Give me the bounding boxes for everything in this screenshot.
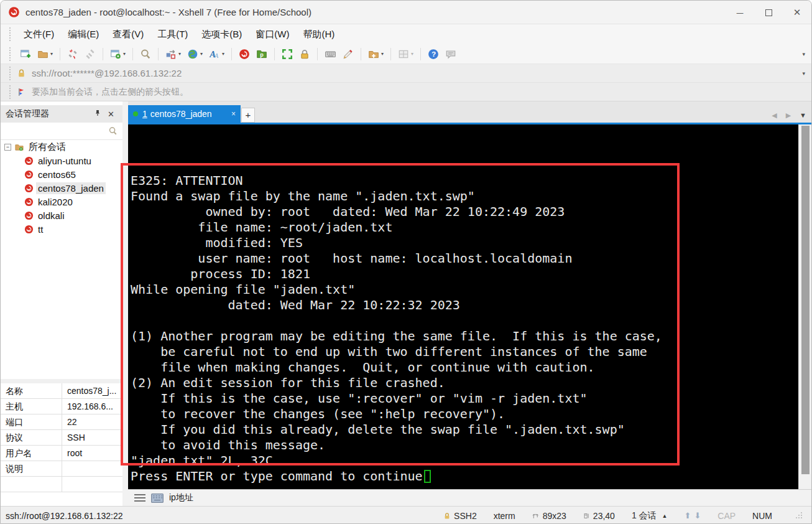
address-bar[interactable]: ssh://root:******@192.168.61.132:22 ▾	[1, 64, 811, 83]
font-icon[interactable]: AA▾	[206, 47, 227, 62]
menu-help[interactable]: 帮助(H)	[296, 26, 341, 44]
tree-root-label[interactable]: 所有会话	[27, 141, 68, 154]
ssh-url[interactable]: ssh://root:******@192.168.61.132:22	[32, 68, 182, 78]
pin-icon[interactable]	[91, 109, 104, 119]
scrollbar-thumb[interactable]	[801, 126, 810, 474]
menu-tab[interactable]: 选项卡(B)	[195, 26, 249, 44]
infobar-drag-handle[interactable]	[9, 85, 12, 99]
reconnect-icon[interactable]	[82, 47, 98, 62]
terminal-prompt: Press ENTER or type command to continue	[131, 469, 423, 484]
session-search-box[interactable]	[1, 123, 122, 140]
status-terminal-size[interactable]: 89x23	[532, 511, 566, 521]
new-tab-button[interactable]: +	[241, 108, 255, 123]
tab-list-dropdown-icon[interactable]: ▼	[800, 111, 806, 119]
xshell-icon[interactable]	[236, 47, 252, 62]
panel-splitter[interactable]	[1, 379, 122, 383]
tab-centos78-jaden[interactable]: 1 centos78_jaden ×	[128, 105, 241, 123]
maximize-button[interactable]	[754, 1, 783, 24]
quickbar-menu-icon[interactable]	[134, 494, 145, 502]
quickbar-button-ip[interactable]: ip地址	[169, 492, 193, 503]
session-item-centos78-jaden[interactable]: centos78_jaden	[1, 181, 122, 195]
session-item-kali2020[interactable]: kali2020	[1, 195, 122, 208]
session-properties-table: 名称centos78_j... 主机192.168.6... 端口22 协议SS…	[1, 383, 122, 492]
lock-icon	[443, 512, 451, 520]
cursor-position-icon	[583, 512, 590, 520]
session-properties-icon[interactable]: ▾	[108, 47, 128, 62]
scroll-up-icon[interactable]: ⬆	[685, 511, 691, 520]
status-terminal-type[interactable]: xterm	[494, 511, 515, 521]
session-item-centos65[interactable]: centos65	[1, 167, 122, 181]
menu-bar: 文件(F) 编辑(E) 查看(V) 工具(T) 选项卡(B) 窗口(W) 帮助(…	[1, 24, 811, 44]
menu-edit[interactable]: 编辑(E)	[61, 26, 106, 44]
minimize-button[interactable]: ─	[726, 1, 754, 24]
session-icon	[24, 184, 34, 193]
menu-tools[interactable]: 工具(T)	[150, 26, 195, 44]
new-transfer-icon[interactable]: ▾	[163, 47, 183, 62]
session-icon	[24, 156, 34, 166]
addressbar-drag-handle[interactable]	[9, 67, 12, 80]
find-icon[interactable]	[137, 47, 154, 62]
tile-windows-icon[interactable]: ▾	[395, 47, 416, 62]
address-lock-icon	[17, 68, 26, 78]
help-icon[interactable]: ?	[425, 47, 441, 62]
disconnect-icon[interactable]	[65, 47, 81, 62]
title-bar: centos78_jaden - root@localhost:~ - Xshe…	[1, 1, 811, 24]
lock-screen-icon[interactable]	[297, 47, 313, 62]
table-row: 说明	[1, 461, 122, 477]
close-button[interactable]: ✕	[783, 1, 811, 24]
resize-icon	[532, 512, 540, 520]
terminal-scrollbar[interactable]	[798, 124, 811, 489]
tab-bar: 1 centos78_jaden × + ◀ ▶ ▼	[128, 101, 811, 124]
window-title: centos78_jaden - root@localhost:~ - Xshe…	[25, 7, 311, 17]
quick-command-bar: ip地址	[128, 489, 811, 506]
table-row: 端口22	[1, 414, 122, 430]
search-icon	[108, 126, 118, 136]
session-item-tt[interactable]: tt	[1, 222, 122, 236]
session-item-oldkali[interactable]: oldkali	[1, 208, 122, 222]
fullscreen-icon[interactable]	[279, 47, 295, 62]
menu-file[interactable]: 文件(F)	[17, 26, 61, 44]
menubar-drag-handle[interactable]	[9, 27, 12, 41]
table-row: 名称centos78_j...	[1, 383, 122, 399]
status-num-lock: NUM	[752, 511, 772, 521]
info-bar: 要添加当前会话，点击左侧的箭头按钮。	[1, 83, 811, 101]
session-item-aliyun-utuntu[interactable]: aliyun-utuntu	[1, 154, 122, 167]
new-folder-icon[interactable]: ▾	[366, 47, 386, 62]
highlight-pen-icon[interactable]	[340, 47, 356, 62]
tab-scroll-left-icon[interactable]: ◀	[772, 111, 777, 119]
panel-close-icon[interactable]: ✕	[104, 110, 118, 119]
virtual-keyboard-icon[interactable]	[322, 47, 339, 62]
keyboard-icon[interactable]	[151, 494, 164, 503]
toolbar-overflow-icon[interactable]: ▾	[802, 51, 805, 57]
toolbar-drag-handle[interactable]	[9, 47, 12, 61]
scroll-down-icon[interactable]: ⬇	[694, 511, 701, 520]
terminal-cursor	[424, 470, 431, 483]
open-session-icon[interactable]: ▾	[35, 47, 55, 62]
web-browser-icon[interactable]: ▾	[185, 47, 205, 62]
new-session-icon[interactable]	[17, 47, 34, 62]
menu-window[interactable]: 窗口(W)	[249, 26, 296, 44]
status-session-count[interactable]: 1 会话 ▲	[632, 510, 668, 522]
resize-grip-icon[interactable]	[795, 511, 803, 521]
info-text: 要添加当前会话，点击左侧的箭头按钮。	[32, 87, 188, 98]
session-manager-title: 会话管理器	[6, 108, 91, 119]
terminal-prompt-line: Press ENTER or type command to continue	[128, 469, 800, 484]
terminal-screen[interactable]: E325: ATTENTION Found a swap file by the…	[128, 124, 800, 489]
status-protocol[interactable]: SSH2	[443, 511, 477, 521]
tab-close-icon[interactable]: ×	[231, 110, 236, 118]
session-icon	[24, 170, 34, 179]
svg-text:A: A	[214, 52, 219, 59]
address-dropdown-icon[interactable]: ▾	[802, 70, 805, 77]
collapse-icon[interactable]: −	[4, 144, 11, 151]
xftp-icon[interactable]: p	[254, 47, 270, 62]
tree-root-all-sessions[interactable]: − 所有会话	[1, 140, 122, 154]
session-count-caret-icon: ▲	[662, 513, 668, 519]
sessions-folder-icon	[14, 143, 24, 152]
status-caps-lock: CAP	[717, 511, 736, 521]
session-icon	[24, 211, 34, 220]
menu-view[interactable]: 查看(V)	[106, 26, 150, 44]
table-row-empty	[1, 477, 122, 492]
feedback-icon[interactable]	[443, 47, 459, 62]
tab-scroll-right-icon[interactable]: ▶	[786, 111, 791, 119]
status-cursor-position[interactable]: 23,40	[583, 511, 615, 521]
